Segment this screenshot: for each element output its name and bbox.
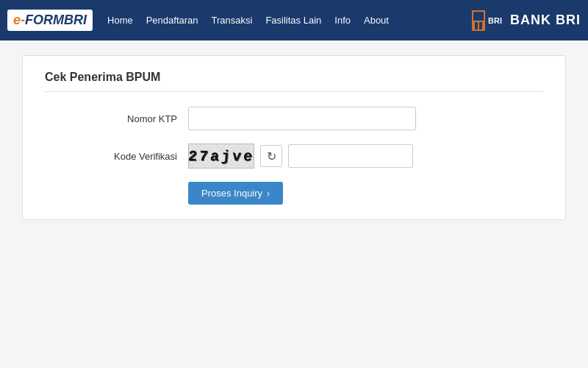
bank-bri-text: BANK BRI [510, 13, 581, 28]
bank-bri-logo: BRI BANK BRI [469, 7, 581, 34]
submit-button[interactable]: Proses Inquiry › [188, 182, 283, 205]
kode-verifikasi-row: Kode Verifikasi 27ajve ↻ [45, 144, 543, 169]
nav-links: Home Pendaftaran Transaksi Fasilitas Lai… [107, 15, 389, 26]
nomor-ktp-row: Nomor KTP [45, 107, 543, 130]
nav-about[interactable]: About [364, 15, 389, 26]
form-section: Nomor KTP Kode Verifikasi 27ajve ↻ Prose… [45, 107, 543, 205]
kode-verifikasi-label: Kode Verifikasi [82, 151, 177, 162]
nomor-ktp-label: Nomor KTP [82, 113, 177, 124]
nav-pendaftaran[interactable]: Pendaftaran [146, 15, 198, 26]
svg-text:BRI: BRI [488, 16, 502, 25]
refresh-icon: ↻ [267, 149, 276, 163]
nav-info[interactable]: Info [334, 15, 351, 26]
main-content: Cek Penerima BPUM Nomor KTP Kode Verifik… [22, 55, 566, 220]
nomor-ktp-input[interactable] [188, 107, 416, 130]
nav-transaksi[interactable]: Transaksi [212, 15, 253, 26]
svg-rect-3 [475, 22, 478, 29]
navbar-left: e-FORMBRI Home Pendaftaran Transaksi Fas… [7, 10, 389, 31]
submit-label: Proses Inquiry [201, 188, 262, 199]
submit-row: Proses Inquiry › [45, 182, 543, 205]
nav-home[interactable]: Home [107, 15, 133, 26]
bri-logo-icon: BRI [469, 7, 506, 34]
nav-fasilitas-lain[interactable]: Fasilitas Lain [265, 15, 321, 26]
logo-bri-text: BRI [64, 13, 87, 28]
captcha-input[interactable] [288, 144, 413, 168]
captcha-text: 27ajve [188, 148, 254, 165]
svg-rect-2 [473, 12, 484, 21]
logo-form-text: FORM [25, 13, 64, 28]
navbar: e-FORMBRI Home Pendaftaran Transaksi Fas… [0, 0, 588, 40]
svg-rect-4 [479, 22, 482, 29]
captcha-row: 27ajve ↻ [188, 144, 413, 169]
refresh-captcha-button[interactable]: ↻ [260, 145, 282, 167]
chevron-right-icon: › [267, 188, 270, 199]
logo-box: e-FORMBRI [7, 10, 93, 31]
page-title: Cek Penerima BPUM [45, 71, 543, 92]
logo-e-text: e- [13, 13, 25, 28]
captcha-image: 27ajve [188, 144, 254, 169]
